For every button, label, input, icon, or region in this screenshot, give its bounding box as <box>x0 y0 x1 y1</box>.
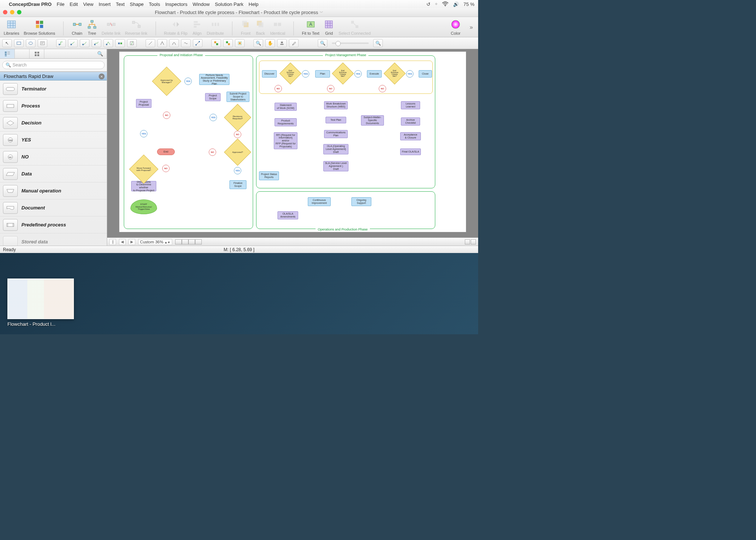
text-tool[interactable] <box>38 39 47 47</box>
menu-window[interactable]: Window <box>193 1 210 7</box>
yes-pm2[interactable]: YES <box>354 70 362 78</box>
sidebar-tab-tree[interactable] <box>0 49 15 58</box>
window-zoom-button[interactable] <box>17 10 21 14</box>
shape-document[interactable]: Document <box>0 199 107 216</box>
yes-4[interactable]: YES <box>234 167 241 174</box>
node-approved[interactable]: Approved? <box>228 143 247 162</box>
page-prev-button[interactable]: ◀ <box>119 239 126 245</box>
node-cont-improve[interactable]: Continuous Improvement <box>308 197 331 206</box>
node-exit-1[interactable]: Exit/ Entrance Criteria Met? <box>283 66 298 81</box>
node-execute[interactable]: Execute <box>367 70 382 78</box>
node-project-proposal[interactable]: Project Proposal <box>136 99 151 108</box>
connector-2[interactable] <box>68 39 78 47</box>
doc-accept[interactable]: Acceptance & Closure <box>400 132 421 140</box>
view-mode-icons[interactable] <box>465 239 476 245</box>
node-perform-needs[interactable]: Perform Needs Assessment, Feasibility St… <box>199 74 229 85</box>
node-status-reports[interactable]: Project Status Reports <box>259 171 279 180</box>
zoom-slider[interactable] <box>332 42 369 44</box>
front-button[interactable]: Front <box>241 19 251 35</box>
node-revisions[interactable]: Revisions Required? <box>228 108 247 127</box>
chain-button[interactable]: Chain <box>72 19 82 35</box>
node-move-forward[interactable]: Move Forward with Proposal? <box>133 159 154 180</box>
yes-pm3[interactable]: YES <box>406 70 413 78</box>
no-pm3[interactable]: NO <box>379 85 386 92</box>
zoom-tool[interactable]: 🔍 <box>253 39 263 47</box>
node-start[interactable]: START Motive/Stimulus/ Trigger/Idea <box>130 199 157 214</box>
no-pm1[interactable]: NO <box>275 85 282 92</box>
color-button[interactable]: Color <box>450 19 461 35</box>
yes-3[interactable]: YES <box>210 114 217 121</box>
doc-ola-amend[interactable]: OLA/SLA Amendments <box>277 211 298 219</box>
yes-1[interactable]: YES <box>140 130 147 137</box>
group-1[interactable] <box>211 39 221 47</box>
menu-help[interactable]: Help <box>249 1 259 7</box>
line-tool-5[interactable] <box>193 39 202 47</box>
node-end[interactable]: End <box>157 148 175 155</box>
doc-ola[interactable]: OLA (Operating Level Agreement) Draft <box>323 144 348 154</box>
window-minimize-button[interactable] <box>10 10 14 14</box>
yes-2[interactable]: YES <box>184 78 192 85</box>
shape-decision[interactable]: Decision <box>0 115 107 131</box>
eyedropper-tool[interactable] <box>289 39 299 47</box>
doc-comm-plan[interactable]: Communications Plan <box>324 130 348 138</box>
shape-yes[interactable]: YESYES <box>0 131 107 148</box>
no-4[interactable]: NO <box>209 148 216 156</box>
menu-solution-park[interactable]: Solution Park <box>215 1 243 7</box>
doc-wbs[interactable]: Work Breakdown Structure (WBS) <box>324 101 348 109</box>
bluetooth-icon[interactable]: ⌖ <box>435 1 437 7</box>
window-close-button[interactable] <box>3 10 7 14</box>
node-close[interactable]: Close <box>419 70 432 78</box>
doc-test-plan[interactable]: Test Plan <box>326 117 346 123</box>
tree-button[interactable]: Tree <box>87 19 97 35</box>
connector-4[interactable] <box>92 39 101 47</box>
page-tabs[interactable] <box>175 239 202 245</box>
line-tool-1[interactable] <box>146 39 155 47</box>
node-ongoing[interactable]: Ongoing Support <box>351 197 371 206</box>
doc-final-sla[interactable]: Final OLA/SLA <box>400 148 421 155</box>
menu-insert[interactable]: Insert <box>99 1 111 7</box>
node-project-scope[interactable]: Project Scope <box>205 93 221 101</box>
doc-archive[interactable]: Archive Checklist <box>401 117 420 126</box>
stamp-tool[interactable] <box>277 39 287 47</box>
menu-shape[interactable]: Shape <box>130 1 144 7</box>
zoom-out-button[interactable]: 🔍 <box>318 39 327 47</box>
doc-rfi[interactable]: RFI (Request for Information) and/or RFP… <box>274 132 297 149</box>
zoom-select[interactable]: Custom 36% ▲▼ <box>138 239 172 245</box>
identical-button[interactable]: Identical <box>270 19 285 35</box>
shape-data[interactable]: Data <box>0 165 107 182</box>
node-submit-scope[interactable]: Submit Project Scope to Stakeholders <box>227 92 249 102</box>
menu-text[interactable]: Text <box>116 1 125 7</box>
delete-link-button[interactable]: Delete link <box>102 19 120 35</box>
shape-process[interactable]: Process <box>0 98 107 115</box>
drawing-page[interactable]: Proposal and Initiation Phase Project Ma… <box>119 51 466 232</box>
yes-pm1[interactable]: YES <box>302 70 309 78</box>
doc-sow[interactable]: Statement of Work (SOW) <box>275 103 297 111</box>
shape-stored-data[interactable]: Stored data <box>0 233 107 246</box>
line-tool-2[interactable] <box>157 39 167 47</box>
browse-solutions-button[interactable]: Browse Solutions <box>24 19 55 35</box>
group-3[interactable] <box>235 39 245 47</box>
reverse-link-button[interactable]: Reverse link <box>125 19 147 35</box>
title-chevron-icon[interactable]: ﹀ <box>320 10 323 15</box>
rect-tool[interactable] <box>14 39 24 47</box>
timemachine-icon[interactable]: ↺ <box>426 1 430 7</box>
connector-6[interactable] <box>115 39 125 47</box>
hand-tool[interactable]: ✋ <box>265 39 275 47</box>
page-pause-button[interactable]: ∥ <box>109 239 116 245</box>
grid-button[interactable]: Grid <box>324 19 334 35</box>
sidebar-tab-blank[interactable] <box>15 49 30 58</box>
rotate-flip-button[interactable]: Rotate & Flip <box>164 19 188 35</box>
app-name[interactable]: ConceptDraw PRO <box>9 1 52 7</box>
library-section-header[interactable]: Flowcharts Rapid Draw × <box>0 72 107 81</box>
line-tool-4[interactable] <box>181 39 191 47</box>
fit-to-text-button[interactable]: A Fit to Text <box>302 19 319 35</box>
connector-5[interactable] <box>103 39 113 47</box>
node-plan[interactable]: Plan <box>315 70 330 78</box>
no-3[interactable]: NO <box>234 131 241 138</box>
libraries-button[interactable]: Libraries <box>4 19 19 35</box>
zoom-in-button[interactable]: 🔍 <box>373 39 383 47</box>
node-exit-2[interactable]: Exit/ Entrance Criteria Met? <box>335 66 351 81</box>
group-2[interactable] <box>223 39 233 47</box>
node-discover[interactable]: Discover <box>262 70 277 78</box>
menu-view[interactable]: View <box>83 1 93 7</box>
